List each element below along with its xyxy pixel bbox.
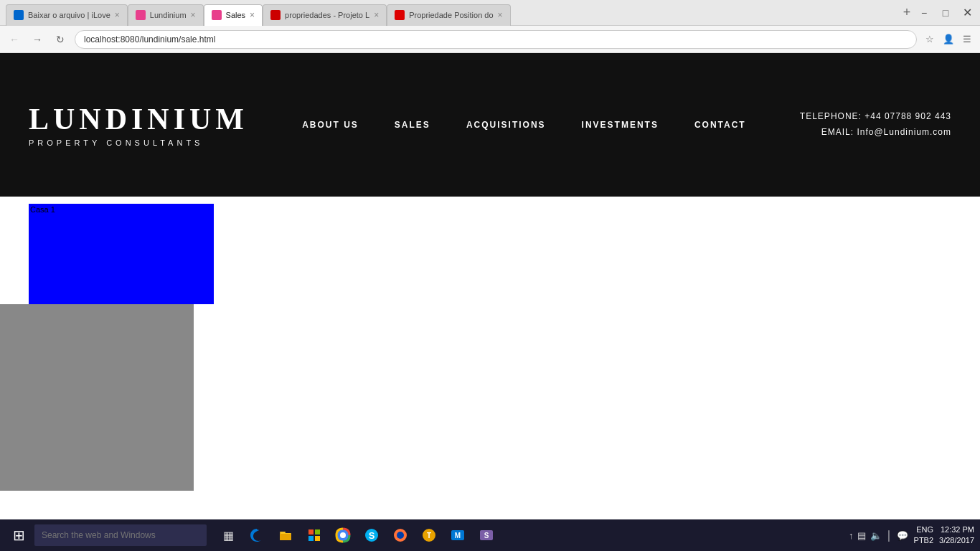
back-button[interactable]: ← — [6, 31, 23, 48]
browser-title-bar: Baixar o arquivo | iLove×Lundinium×Sales… — [0, 0, 980, 26]
nav-item-acquisitions[interactable]: ACQUISITIONS — [466, 120, 546, 130]
browser-tab-3[interactable]: Sales× — [204, 4, 263, 26]
tab-close-button[interactable]: × — [191, 10, 196, 20]
telephone-value: +44 07788 902 443 — [864, 111, 951, 121]
main-nav: ABOUT USSALESACQUISITIONSINVESTMENTSCONT… — [248, 120, 800, 130]
taskbar-right: ↑ ▤ 🔈 │ 💬 ENG PTB2 12:32 PM 3/28/2017 — [849, 524, 974, 527]
forward-button[interactable]: → — [29, 31, 46, 48]
browser-tab-1[interactable]: Baixar o arquivo | iLove× — [6, 4, 128, 26]
address-bar-row: ← → ↻ ☆ 👤 ☰ — [0, 26, 980, 53]
tab-label: propriedades - Projeto L — [285, 11, 369, 19]
browser-tab-2[interactable]: Lundinium× — [128, 4, 204, 26]
taskbar-clock: 12:32 PM 3/28/2017 — [939, 524, 974, 527]
property-gray-area — [0, 304, 194, 491]
extensions-icon[interactable]: ☰ — [960, 32, 974, 47]
file-explorer-icon[interactable] — [273, 522, 298, 527]
tab-favicon — [395, 10, 405, 20]
edge-icon[interactable] — [244, 522, 270, 527]
tab-favicon — [136, 10, 146, 20]
browser-tab-5[interactable]: Propriedade Position do× — [387, 4, 510, 26]
tab-favicon — [270, 10, 281, 20]
tab-label: Propriedade Position do — [409, 11, 493, 19]
tabs-row: Baixar o arquivo | iLove×Lundinium×Sales… — [6, 0, 897, 26]
telephone-line: TELEPHONE: +44 07788 902 443 — [800, 109, 951, 125]
property-card: Casa 1 — [0, 197, 194, 491]
taskbar: ⊞ ▦ S T M S ↑ ▤ — [0, 519, 980, 527]
tab-favicon — [212, 10, 222, 20]
user-icon[interactable]: 👤 — [941, 32, 956, 47]
logo-area: Lundinium Property Consultants — [29, 103, 248, 147]
taskbar-language: ENG PTB2 — [914, 524, 934, 527]
tab-close-button[interactable]: × — [250, 10, 255, 20]
tab-label: Lundinium — [150, 11, 187, 19]
maximize-button[interactable]: □ — [938, 7, 953, 19]
store-icon[interactable] — [301, 522, 327, 527]
tab-close-button[interactable]: × — [374, 10, 379, 20]
tab-close-button[interactable]: × — [498, 10, 503, 20]
window-controls: − □ ✕ — [917, 6, 974, 19]
start-button[interactable]: ⊞ — [6, 522, 32, 527]
tab-favicon — [14, 10, 24, 20]
refresh-button[interactable]: ↻ — [52, 31, 69, 48]
property-image: Casa 1 — [29, 204, 214, 304]
outlook-icon[interactable]: M — [445, 522, 471, 527]
website: Lundinium Property Consultants ABOUT USS… — [0, 53, 980, 527]
site-header: Lundinium Property Consultants ABOUT USS… — [0, 53, 980, 197]
another-icon[interactable]: T — [416, 522, 442, 527]
another-icon2[interactable]: S — [473, 522, 499, 527]
chrome-icon[interactable] — [330, 522, 356, 527]
tab-label: Baixar o arquivo | iLove — [28, 11, 110, 19]
nav-item-investments[interactable]: INVESTMENTS — [582, 120, 659, 130]
new-tab-button[interactable]: + — [897, 3, 917, 23]
task-view-button[interactable]: ▦ — [215, 522, 241, 527]
nav-item-aboutus[interactable]: ABOUT US — [302, 120, 359, 130]
telephone-label: TELEPHONE: — [800, 111, 864, 121]
email-value: Info@Lundinium.com — [857, 127, 951, 137]
minimize-button[interactable]: − — [917, 7, 931, 19]
tab-label: Sales — [226, 11, 246, 19]
browser-tab-4[interactable]: propriedades - Projeto L× — [263, 4, 387, 26]
skype-icon[interactable]: S — [359, 522, 385, 527]
nav-item-contact[interactable]: CONTACT — [694, 120, 746, 130]
nav-item-sales[interactable]: SALES — [395, 120, 430, 130]
property-label: Casa 1 — [30, 205, 55, 214]
email-label: EMAIL: — [821, 127, 857, 137]
address-input[interactable] — [75, 30, 917, 49]
bookmark-star-icon[interactable]: ☆ — [923, 32, 937, 47]
taskbar-search-input[interactable] — [34, 524, 207, 527]
taskbar-pinned-icons: ▦ S T M S — [215, 522, 499, 527]
tab-close-button[interactable]: × — [115, 10, 120, 20]
address-right-icons: ☆ 👤 ☰ — [923, 32, 974, 47]
logo-subtitle: Property Consultants — [29, 138, 248, 147]
site-main: Casa 1 — [0, 197, 980, 527]
contact-info: TELEPHONE: +44 07788 902 443 EMAIL: Info… — [800, 109, 951, 140]
logo-text: Lundinium — [29, 103, 248, 136]
firefox-icon[interactable] — [387, 522, 413, 527]
browser-chrome: Baixar o arquivo | iLove×Lundinium×Sales… — [0, 0, 980, 527]
email-line: EMAIL: Info@Lundinium.com — [800, 125, 951, 141]
close-button[interactable]: ✕ — [960, 6, 974, 19]
